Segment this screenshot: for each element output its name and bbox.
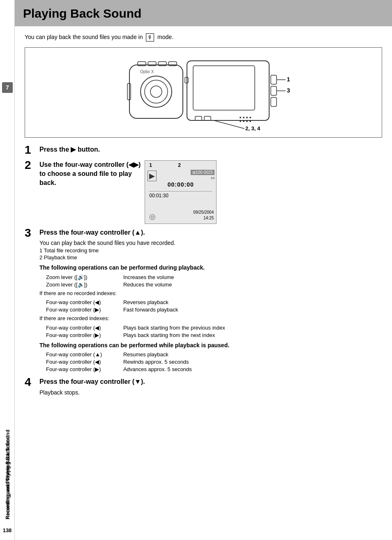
battery-icon: ▭ — [211, 175, 214, 180]
ops-no-idx-1: Four-way controller (◀) Reverses playbac… — [39, 299, 382, 305]
step-4: 4 Press the four-way controller (▼). Pla… — [25, 377, 382, 397]
playback-icon: ▶ — [148, 171, 157, 181]
content-area: You can play back the sound files you ma… — [15, 33, 392, 411]
ops-zoom-up-key: Zoom lever ([🔊]) — [39, 274, 122, 280]
intro-paragraph: You can play back the sound files you ma… — [25, 33, 382, 42]
dial-icon: ◎ — [149, 212, 156, 221]
svg-point-2 — [145, 80, 168, 103]
ops-paused-title: The following operations can be performe… — [39, 342, 382, 350]
svg-text:2, 3, 4: 2, 3, 4 — [245, 125, 261, 132]
step-2-row: Use the four-way controller (◀▶)to choos… — [39, 160, 382, 224]
ops-paused-3-val: Advances approx. 5 seconds — [123, 366, 192, 372]
ops-paused-2: Four-way controller (◀) Rewinds approx. … — [39, 358, 382, 365]
step-1: 1 Press the ▶ button. — [25, 145, 382, 156]
ops-idx-1: Four-way controller (◀) Plays back start… — [39, 324, 382, 331]
page-title: Playing Back Sound — [23, 7, 384, 21]
svg-point-19 — [240, 120, 241, 122]
title-bar: Playing Back Sound — [15, 0, 392, 26]
svg-point-1 — [141, 76, 172, 107]
ops-no-idx-1-key: Four-way controller (◀) — [39, 299, 122, 305]
step-3-content: Press the four-way controller (▲). You c… — [39, 228, 382, 374]
index-note: If there are recorded indexes: — [39, 314, 382, 323]
svg-rect-11 — [271, 86, 277, 95]
ops-zoom-up-val: Increases the volume — [123, 274, 174, 280]
ops-paused-2-key: Four-way controller (◀) — [39, 359, 122, 365]
step-1-title: Press the ▶ button. — [39, 145, 382, 154]
svg-point-3 — [150, 86, 162, 97]
ops-no-idx-1-val: Reverses playback — [123, 299, 168, 305]
svg-point-20 — [243, 120, 244, 122]
ops-idx-2: Four-way controller (▶) Plays back start… — [39, 332, 382, 338]
file-label: ⊞100-0025 — [191, 170, 214, 175]
time-display-2: 00:01:30 — [149, 193, 168, 198]
svg-point-16 — [243, 117, 244, 118]
svg-rect-12 — [271, 97, 277, 106]
step-2-number: 2 — [25, 159, 39, 171]
svg-rect-0 — [129, 65, 183, 118]
ops-no-idx-2: Four-way controller (▶) Fast forwards pl… — [39, 306, 382, 313]
no-index-note: If there are no recorded indexes: — [39, 289, 382, 298]
step-4-number: 4 — [25, 376, 39, 388]
screen-display: 1 2 ▶ ⊞100-0025 ▭ 00:00:00 00:01:30 — [145, 160, 217, 224]
main-content: Playing Back Sound You can play back the… — [15, 0, 392, 540]
chapter-number: 7 — [2, 82, 13, 93]
screen-label-2: 2 — [178, 162, 181, 168]
ops-zoom-down-val: Reduces the volume — [123, 282, 172, 288]
ops-paused-1-val: Resumes playback — [123, 351, 168, 358]
ops-idx-1-key: Four-way controller (◀) — [39, 325, 122, 331]
ops-zoom-down-key: Zoom lever ([🔉]) — [39, 282, 122, 288]
step-3-note-1: 1 Total file recording time — [39, 247, 382, 254]
step-3-note-2: 2 Playback time — [39, 254, 382, 261]
step-4-body: Playback stops. — [39, 388, 382, 397]
ops-idx-1-val: Plays back starting from the previous in… — [123, 325, 225, 331]
ops-no-idx-2-val: Fast forwards playback — [123, 307, 178, 313]
camera-diagram-box: Optio X 1 3 2, 3, 4 — [25, 47, 382, 138]
ops-paused-2-val: Rewinds approx. 5 seconds — [123, 359, 189, 365]
svg-point-21 — [246, 120, 248, 122]
screen-label-1: 1 — [149, 162, 152, 168]
svg-rect-10 — [271, 75, 277, 84]
step-2: 2 Use the four-way controller (◀▶)to cho… — [25, 160, 382, 224]
svg-point-17 — [246, 117, 248, 118]
chapter-label-text: Recording and Playing Back Sound — [5, 436, 11, 519]
ops-during-title: The following operations can be performe… — [39, 264, 382, 272]
time-divider — [149, 191, 212, 192]
step-3-number: 3 — [25, 227, 39, 239]
svg-rect-8 — [187, 61, 269, 120]
step-1-number: 1 — [25, 144, 39, 156]
ops-idx-2-val: Plays back starting from the next index — [123, 332, 215, 338]
svg-rect-9 — [193, 66, 255, 110]
step-4-title: Press the four-way controller (▼). — [39, 377, 382, 386]
step-2-title: Use the four-way controller (◀▶)to choos… — [39, 160, 141, 188]
svg-point-22 — [249, 120, 251, 122]
svg-rect-14 — [204, 116, 211, 120]
camera-svg: Optio X 1 3 2, 3, 4 — [105, 53, 302, 133]
ops-row-zoom-up: Zoom lever ([🔊]) Increases the volume — [39, 274, 382, 280]
ops-no-idx-2-key: Four-way controller (▶) — [39, 307, 122, 313]
step-2-content: Use the four-way controller (◀▶)to choos… — [39, 160, 382, 224]
svg-rect-13 — [195, 116, 202, 120]
ops-row-zoom-down: Zoom lever ([🔉]) Reduces the volume — [39, 281, 382, 288]
step-1-content: Press the ▶ button. — [39, 145, 382, 156]
svg-text:3: 3 — [287, 87, 290, 94]
step-4-content: Press the four-way controller (▼). Playb… — [39, 377, 382, 397]
step-3: 3 Press the four-way controller (▲). You… — [25, 228, 382, 374]
time-display-1: 00:00:00 — [168, 181, 194, 188]
svg-text:1: 1 — [287, 76, 290, 83]
svg-text:Optio X: Optio X — [140, 69, 154, 74]
svg-point-18 — [249, 117, 251, 118]
ops-paused-3-key: Four-way controller (▶) — [39, 366, 122, 372]
sidebar: Recording and Playing Back Sound Recordi… — [0, 0, 15, 540]
ops-paused-1: Four-way controller (▲) Resumes playback — [39, 351, 382, 358]
mic-icon: 🎙 — [146, 33, 154, 42]
date-display: 09/25/200414:25 — [193, 210, 214, 221]
step-3-body: You can play back the sound files you ha… — [39, 239, 382, 247]
step-3-title: Press the four-way controller (▲). — [39, 228, 382, 237]
ops-paused-1-key: Four-way controller (▲) — [39, 351, 122, 358]
step-2-text-block: Use the four-way controller (◀▶)to choos… — [39, 160, 141, 189]
page-number: 138 — [3, 527, 12, 533]
svg-point-15 — [240, 117, 241, 118]
ops-idx-2-key: Four-way controller (▶) — [39, 332, 122, 338]
ops-paused-3: Four-way controller (▶) Advances approx.… — [39, 366, 382, 372]
